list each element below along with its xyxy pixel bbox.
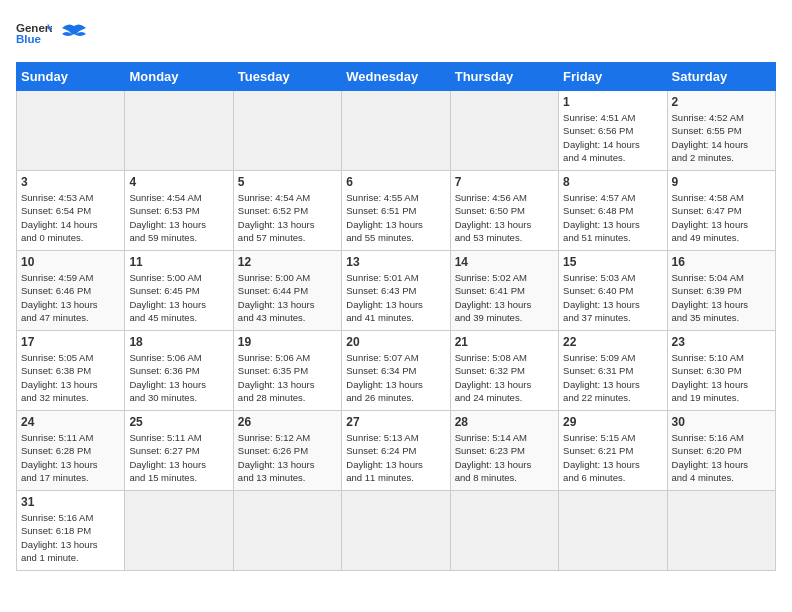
day-info: Sunrise: 5:04 AM Sunset: 6:39 PM Dayligh… bbox=[672, 271, 771, 324]
day-info: Sunrise: 5:03 AM Sunset: 6:40 PM Dayligh… bbox=[563, 271, 662, 324]
day-number: 5 bbox=[238, 175, 337, 189]
day-number: 12 bbox=[238, 255, 337, 269]
day-info: Sunrise: 5:10 AM Sunset: 6:30 PM Dayligh… bbox=[672, 351, 771, 404]
logo: General Blue bbox=[16, 16, 88, 52]
weekday-header-wednesday: Wednesday bbox=[342, 63, 450, 91]
day-info: Sunrise: 5:09 AM Sunset: 6:31 PM Dayligh… bbox=[563, 351, 662, 404]
day-number: 27 bbox=[346, 415, 445, 429]
calendar-cell: 19Sunrise: 5:06 AM Sunset: 6:35 PM Dayli… bbox=[233, 331, 341, 411]
day-info: Sunrise: 5:16 AM Sunset: 6:18 PM Dayligh… bbox=[21, 511, 120, 564]
day-info: Sunrise: 4:57 AM Sunset: 6:48 PM Dayligh… bbox=[563, 191, 662, 244]
day-info: Sunrise: 4:51 AM Sunset: 6:56 PM Dayligh… bbox=[563, 111, 662, 164]
calendar-cell: 6Sunrise: 4:55 AM Sunset: 6:51 PM Daylig… bbox=[342, 171, 450, 251]
day-number: 24 bbox=[21, 415, 120, 429]
day-number: 6 bbox=[346, 175, 445, 189]
day-info: Sunrise: 5:11 AM Sunset: 6:28 PM Dayligh… bbox=[21, 431, 120, 484]
calendar-cell: 24Sunrise: 5:11 AM Sunset: 6:28 PM Dayli… bbox=[17, 411, 125, 491]
calendar-cell: 21Sunrise: 5:08 AM Sunset: 6:32 PM Dayli… bbox=[450, 331, 558, 411]
day-info: Sunrise: 5:02 AM Sunset: 6:41 PM Dayligh… bbox=[455, 271, 554, 324]
calendar-cell bbox=[450, 91, 558, 171]
day-number: 22 bbox=[563, 335, 662, 349]
calendar-cell bbox=[559, 491, 667, 571]
weekday-header-tuesday: Tuesday bbox=[233, 63, 341, 91]
weekday-header-saturday: Saturday bbox=[667, 63, 775, 91]
calendar-cell: 22Sunrise: 5:09 AM Sunset: 6:31 PM Dayli… bbox=[559, 331, 667, 411]
header: General Blue bbox=[16, 16, 776, 52]
day-info: Sunrise: 5:07 AM Sunset: 6:34 PM Dayligh… bbox=[346, 351, 445, 404]
logo-bird-icon bbox=[60, 20, 88, 48]
calendar-cell: 1Sunrise: 4:51 AM Sunset: 6:56 PM Daylig… bbox=[559, 91, 667, 171]
calendar-cell: 28Sunrise: 5:14 AM Sunset: 6:23 PM Dayli… bbox=[450, 411, 558, 491]
day-info: Sunrise: 5:14 AM Sunset: 6:23 PM Dayligh… bbox=[455, 431, 554, 484]
day-number: 25 bbox=[129, 415, 228, 429]
weekday-header-sunday: Sunday bbox=[17, 63, 125, 91]
day-number: 15 bbox=[563, 255, 662, 269]
calendar-cell bbox=[342, 491, 450, 571]
day-number: 29 bbox=[563, 415, 662, 429]
day-info: Sunrise: 5:00 AM Sunset: 6:45 PM Dayligh… bbox=[129, 271, 228, 324]
day-number: 4 bbox=[129, 175, 228, 189]
weekday-header-friday: Friday bbox=[559, 63, 667, 91]
day-info: Sunrise: 4:54 AM Sunset: 6:52 PM Dayligh… bbox=[238, 191, 337, 244]
day-info: Sunrise: 5:08 AM Sunset: 6:32 PM Dayligh… bbox=[455, 351, 554, 404]
calendar-cell: 23Sunrise: 5:10 AM Sunset: 6:30 PM Dayli… bbox=[667, 331, 775, 411]
calendar-cell: 29Sunrise: 5:15 AM Sunset: 6:21 PM Dayli… bbox=[559, 411, 667, 491]
calendar-cell: 10Sunrise: 4:59 AM Sunset: 6:46 PM Dayli… bbox=[17, 251, 125, 331]
day-info: Sunrise: 5:05 AM Sunset: 6:38 PM Dayligh… bbox=[21, 351, 120, 404]
calendar-cell: 14Sunrise: 5:02 AM Sunset: 6:41 PM Dayli… bbox=[450, 251, 558, 331]
calendar-cell: 11Sunrise: 5:00 AM Sunset: 6:45 PM Dayli… bbox=[125, 251, 233, 331]
day-info: Sunrise: 4:53 AM Sunset: 6:54 PM Dayligh… bbox=[21, 191, 120, 244]
day-number: 26 bbox=[238, 415, 337, 429]
day-number: 31 bbox=[21, 495, 120, 509]
day-number: 1 bbox=[563, 95, 662, 109]
calendar-cell: 13Sunrise: 5:01 AM Sunset: 6:43 PM Dayli… bbox=[342, 251, 450, 331]
calendar-cell bbox=[125, 91, 233, 171]
day-info: Sunrise: 4:55 AM Sunset: 6:51 PM Dayligh… bbox=[346, 191, 445, 244]
day-number: 19 bbox=[238, 335, 337, 349]
calendar-cell: 18Sunrise: 5:06 AM Sunset: 6:36 PM Dayli… bbox=[125, 331, 233, 411]
calendar-cell: 8Sunrise: 4:57 AM Sunset: 6:48 PM Daylig… bbox=[559, 171, 667, 251]
svg-text:General: General bbox=[16, 22, 52, 34]
calendar-cell: 5Sunrise: 4:54 AM Sunset: 6:52 PM Daylig… bbox=[233, 171, 341, 251]
calendar-cell: 25Sunrise: 5:11 AM Sunset: 6:27 PM Dayli… bbox=[125, 411, 233, 491]
calendar-cell bbox=[233, 91, 341, 171]
day-info: Sunrise: 5:06 AM Sunset: 6:36 PM Dayligh… bbox=[129, 351, 228, 404]
logo-icon: General Blue bbox=[16, 16, 52, 52]
day-info: Sunrise: 5:13 AM Sunset: 6:24 PM Dayligh… bbox=[346, 431, 445, 484]
day-info: Sunrise: 5:00 AM Sunset: 6:44 PM Dayligh… bbox=[238, 271, 337, 324]
calendar-cell: 3Sunrise: 4:53 AM Sunset: 6:54 PM Daylig… bbox=[17, 171, 125, 251]
day-number: 2 bbox=[672, 95, 771, 109]
calendar-cell: 7Sunrise: 4:56 AM Sunset: 6:50 PM Daylig… bbox=[450, 171, 558, 251]
day-number: 10 bbox=[21, 255, 120, 269]
calendar-cell: 16Sunrise: 5:04 AM Sunset: 6:39 PM Dayli… bbox=[667, 251, 775, 331]
calendar-cell: 27Sunrise: 5:13 AM Sunset: 6:24 PM Dayli… bbox=[342, 411, 450, 491]
day-number: 13 bbox=[346, 255, 445, 269]
calendar-cell: 12Sunrise: 5:00 AM Sunset: 6:44 PM Dayli… bbox=[233, 251, 341, 331]
day-info: Sunrise: 5:01 AM Sunset: 6:43 PM Dayligh… bbox=[346, 271, 445, 324]
weekday-header-thursday: Thursday bbox=[450, 63, 558, 91]
calendar-cell bbox=[233, 491, 341, 571]
day-info: Sunrise: 4:52 AM Sunset: 6:55 PM Dayligh… bbox=[672, 111, 771, 164]
calendar-cell: 9Sunrise: 4:58 AM Sunset: 6:47 PM Daylig… bbox=[667, 171, 775, 251]
calendar-cell: 15Sunrise: 5:03 AM Sunset: 6:40 PM Dayli… bbox=[559, 251, 667, 331]
calendar-cell: 4Sunrise: 4:54 AM Sunset: 6:53 PM Daylig… bbox=[125, 171, 233, 251]
day-info: Sunrise: 4:54 AM Sunset: 6:53 PM Dayligh… bbox=[129, 191, 228, 244]
day-number: 9 bbox=[672, 175, 771, 189]
calendar-cell: 26Sunrise: 5:12 AM Sunset: 6:26 PM Dayli… bbox=[233, 411, 341, 491]
day-number: 3 bbox=[21, 175, 120, 189]
day-number: 8 bbox=[563, 175, 662, 189]
day-info: Sunrise: 4:56 AM Sunset: 6:50 PM Dayligh… bbox=[455, 191, 554, 244]
day-number: 17 bbox=[21, 335, 120, 349]
calendar-cell: 31Sunrise: 5:16 AM Sunset: 6:18 PM Dayli… bbox=[17, 491, 125, 571]
calendar-cell bbox=[342, 91, 450, 171]
day-number: 11 bbox=[129, 255, 228, 269]
day-number: 21 bbox=[455, 335, 554, 349]
calendar-cell bbox=[450, 491, 558, 571]
calendar-cell: 20Sunrise: 5:07 AM Sunset: 6:34 PM Dayli… bbox=[342, 331, 450, 411]
calendar-table: SundayMondayTuesdayWednesdayThursdayFrid… bbox=[16, 62, 776, 571]
day-number: 18 bbox=[129, 335, 228, 349]
day-info: Sunrise: 4:58 AM Sunset: 6:47 PM Dayligh… bbox=[672, 191, 771, 244]
day-info: Sunrise: 5:15 AM Sunset: 6:21 PM Dayligh… bbox=[563, 431, 662, 484]
day-info: Sunrise: 5:11 AM Sunset: 6:27 PM Dayligh… bbox=[129, 431, 228, 484]
day-info: Sunrise: 5:12 AM Sunset: 6:26 PM Dayligh… bbox=[238, 431, 337, 484]
